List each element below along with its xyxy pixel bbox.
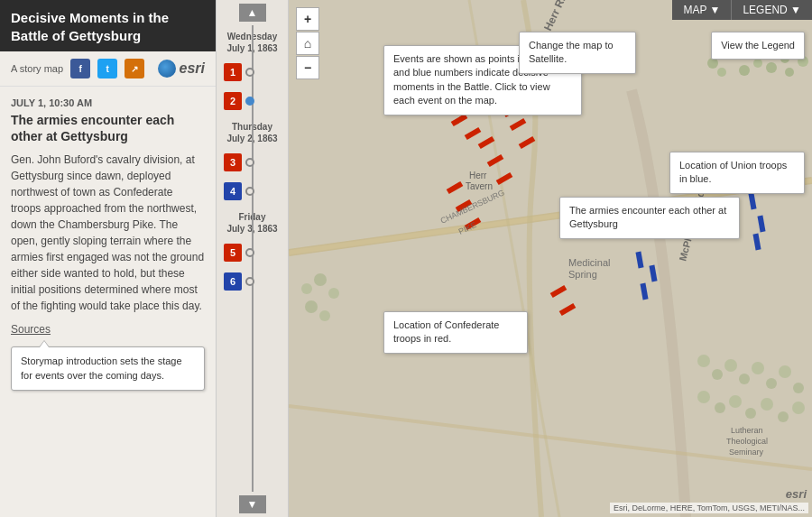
event-dot-6 (245, 277, 254, 286)
globe-icon (158, 60, 176, 78)
event-num-3[interactable]: 3 (224, 153, 242, 171)
svg-point-36 (319, 310, 330, 321)
svg-point-26 (715, 402, 725, 413)
story-map-label: A story map (11, 63, 63, 74)
svg-point-32 (301, 283, 312, 294)
esri-logo: esri (158, 60, 205, 78)
svg-text:Lutheran: Lutheran (731, 426, 763, 435)
map-controls: + ⌂ − (296, 7, 319, 79)
svg-point-15 (785, 68, 794, 77)
esri-watermark: esri (786, 487, 807, 501)
esri-text: esri (180, 60, 205, 77)
event-marker-2[interactable]: 2 (217, 92, 288, 110)
svg-point-33 (314, 273, 327, 286)
armies-tooltip-text: The armies encounter each other at Getty… (569, 205, 726, 229)
legend-tooltip: View the Legend (711, 32, 805, 60)
svg-point-14 (766, 62, 777, 73)
svg-point-30 (778, 411, 789, 422)
zoom-in-button[interactable]: + (296, 7, 319, 31)
event-dot-3 (245, 158, 254, 167)
svg-point-27 (729, 395, 742, 408)
timeline-down-button[interactable]: ▼ (239, 495, 266, 513)
svg-point-23 (779, 365, 791, 378)
share-button[interactable]: ↗ (125, 59, 144, 78)
svg-text:Medicinal: Medicinal (568, 257, 610, 268)
event-num-6[interactable]: 6 (224, 272, 242, 291)
svg-point-25 (697, 391, 710, 403)
satellite-tooltip: Change the map to Satellite. (519, 32, 636, 74)
confederate-tooltip-text: Location of Confederate troops in red. (393, 319, 499, 344)
svg-point-17 (697, 355, 710, 367)
confederate-tooltip: Location of Confederate troops in red. (383, 311, 528, 354)
left-panel: Decisive Moments in the Battle of Gettys… (0, 0, 217, 517)
svg-point-35 (305, 300, 318, 313)
timeline-column: ▲ WednesdayJuly 1, 1863 1 2 ThursdayJuly… (217, 0, 289, 517)
social-bar: A story map f t ↗ esri (0, 51, 216, 87)
svg-point-29 (761, 398, 773, 411)
svg-point-13 (753, 59, 762, 68)
timeline-up-button[interactable]: ▲ (239, 4, 266, 22)
svg-text:Tavern: Tavern (466, 181, 493, 191)
panel-intro-tooltip: Storymap introduction sets the stage for… (11, 346, 205, 391)
sources-link[interactable]: Sources (11, 323, 205, 336)
event-dot-5 (245, 248, 254, 257)
event-num-5[interactable]: 5 (224, 244, 242, 262)
svg-text:Theological: Theological (726, 437, 768, 446)
svg-point-22 (766, 378, 777, 389)
satellite-tooltip-text: Change the map to Satellite. (529, 40, 614, 64)
svg-point-24 (793, 383, 804, 393)
svg-text:Spring: Spring (568, 269, 597, 280)
legend-tooltip-text: View the Legend (721, 40, 795, 51)
event-content: JULY 1, 10:30 AM The armies encounter ea… (0, 87, 216, 517)
twitter-button[interactable]: t (97, 59, 117, 78)
svg-point-12 (739, 65, 750, 76)
map-header: MAP ▼ LEGEND ▼ (672, 0, 812, 20)
event-title: The armies encounter each other at Getty… (11, 112, 205, 144)
app-title: Decisive Moments in the Battle of Gettys… (11, 10, 169, 43)
event-marker-5[interactable]: 5 (217, 244, 288, 262)
event-body: Gen. John Buford's cavalry division, at … (11, 152, 205, 314)
event-dot-1 (245, 68, 254, 77)
event-marker-6[interactable]: 6 (217, 272, 288, 291)
panel-header: Decisive Moments in the Battle of Gettys… (0, 0, 216, 51)
armies-tooltip: The armies encounter each other at Getty… (559, 197, 740, 239)
event-num-2[interactable]: 2 (224, 92, 242, 110)
event-num-1[interactable]: 1 (224, 63, 242, 81)
home-button[interactable]: ⌂ (296, 32, 319, 55)
event-date: JULY 1, 10:30 AM (11, 97, 205, 108)
event-num-4[interactable]: 4 (224, 182, 242, 200)
event-dot-4 (245, 187, 254, 196)
event-marker-4[interactable]: 4 (217, 182, 288, 200)
svg-text:Herr: Herr (469, 171, 487, 180)
svg-point-31 (792, 402, 805, 414)
map-attribution: Esri, DeLorme, HERE, TomTom, USGS, METI/… (610, 503, 808, 513)
svg-point-21 (752, 362, 764, 374)
event-marker-3[interactable]: 3 (217, 153, 288, 171)
svg-point-18 (712, 369, 723, 380)
union-tooltip-text: Location of Union troops in blue. (679, 160, 787, 184)
union-tooltip: Location of Union troops in blue. (669, 152, 805, 194)
zoom-out-button[interactable]: − (296, 56, 319, 79)
facebook-button[interactable]: f (70, 59, 90, 78)
svg-text:Seminary: Seminary (729, 448, 764, 457)
svg-point-28 (745, 408, 756, 419)
map-dropdown-button[interactable]: MAP ▼ (672, 0, 731, 20)
svg-point-34 (328, 288, 339, 299)
svg-point-20 (739, 374, 750, 384)
event-marker-1[interactable]: 1 (217, 63, 288, 81)
timeline-scroll-area: WednesdayJuly 1, 1863 1 2 ThursdayJuly 2… (217, 25, 288, 492)
map-area[interactable]: Herr Ridge McPherson Ridge Medicinal Spr… (289, 0, 812, 517)
event-dot-2 (245, 97, 254, 106)
svg-point-11 (717, 68, 726, 77)
svg-point-19 (724, 359, 737, 372)
legend-dropdown-button[interactable]: LEGEND ▼ (731, 0, 812, 20)
